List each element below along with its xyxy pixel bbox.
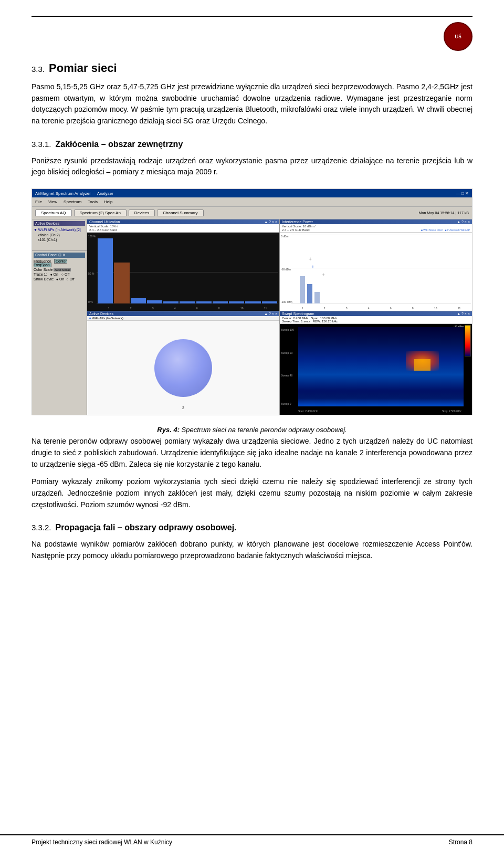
cp-off[interactable]: ○ Off <box>61 272 69 276</box>
sidebar-title: Active Devices <box>34 221 85 226</box>
ad-panel-header: Active Devices ▲ ? × × <box>87 311 279 316</box>
sweep-y-199: Sweep 199 <box>281 328 294 331</box>
cp-frequency: Frequency Center FreqSpan <box>34 259 85 267</box>
device-circle-visualization <box>154 339 212 397</box>
ip-bar-2 <box>307 284 312 303</box>
window-controls: — □ ✕ <box>456 191 469 196</box>
subsection-332-number: 3.3.2. <box>32 523 51 532</box>
app-body: Active Devices ▼ Wi-Fi APs (In-Network) … <box>32 219 472 415</box>
ip-panel-header: Interference Power ▲ ? × × <box>280 219 472 224</box>
cp-colorscale: Color Scale Auto Scale <box>34 268 85 271</box>
cp-autoscale-btn[interactable]: Auto Scale <box>54 268 71 271</box>
device-label: 2 <box>182 406 184 410</box>
cu-bar-3 <box>131 298 146 303</box>
tab-devices[interactable]: Devices <box>129 209 155 216</box>
cu-panel-title: Channel Utilization <box>89 220 120 224</box>
cu-panel-subtitle: Vertical Scale: 10% / <box>87 224 279 228</box>
cu-bar-8 <box>213 301 228 303</box>
cp-show-off[interactable]: ○ Off <box>66 277 74 281</box>
cu-panel-body: 100 % 50 % 0 % <box>87 233 279 311</box>
header-row: UŚ <box>32 22 472 51</box>
ss-panel-body: -13 dBm -72 dBm Sweep 199 Sweep 93 Sweep… <box>280 324 472 415</box>
figure-caption: Rys. 4: Spectrum sieci na terenie peronó… <box>32 426 472 434</box>
ip-marker-2: + <box>322 272 325 278</box>
ip-panel-title: Interference Power <box>282 220 313 224</box>
control-panel: Control Panel ⊡ ✕ Frequency Center FreqS… <box>32 251 87 282</box>
sweep-y-93: Sweep 93 <box>281 351 292 354</box>
spectrogram-bottom-band <box>298 391 464 406</box>
cp-show-on[interactable]: ● On <box>56 277 65 281</box>
sweep-chart: -13 dBm -72 dBm Sweep 199 Sweep 93 Sweep… <box>280 324 472 415</box>
date-time: Mon May 04 15:56:14 | 117 kB <box>419 211 469 215</box>
cu-bars-container <box>98 235 277 303</box>
cu-y-50: 50 % <box>88 272 94 275</box>
ss-panel-controls: ▲ ? × × <box>457 312 470 316</box>
section-title: Pomiar sieci <box>49 61 117 75</box>
cu-bar-4 <box>147 300 162 304</box>
cu-chart: 100 % 50 % 0 % <box>87 233 279 311</box>
cu-bar-11 <box>262 301 277 303</box>
ad-panel-body: 2 <box>87 321 279 415</box>
ip-marker-1: + <box>311 264 314 270</box>
ip-grid-60 <box>291 268 471 268</box>
cu-y-100: 100 % <box>88 235 96 238</box>
footer-right-text: Strona 8 <box>449 838 472 846</box>
menu-file[interactable]: File <box>35 200 42 204</box>
tab-spectrum-2[interactable]: Spectrum (2) Spec An <box>74 209 127 216</box>
menu-tools[interactable]: Tools <box>88 200 98 204</box>
app-titlebar: AirMagnet Spectrum Analyzer — Analyzer —… <box>32 189 472 197</box>
ip-panel-body: 0 dBm -60 dBm -100 dBm + + <box>280 233 472 311</box>
footer-left-text: Projekt techniczny sieci radiowej WLAN w… <box>32 838 172 846</box>
ip-bar-1 <box>300 276 305 303</box>
menu-view[interactable]: View <box>48 200 57 204</box>
tab-channel-summary[interactable]: Channel Summary <box>157 209 203 216</box>
page-container: UŚ 3.3. Pomiar sieci Pasmo 5,15-5,25 GHz… <box>0 0 504 849</box>
app-status-bar: For Help, press F1 Monitored: 2.40-2.50 … <box>32 415 472 415</box>
sidebar-item-wifiaps[interactable]: ▼ Wi-Fi APs (In-Network) [2] <box>34 227 85 233</box>
sweep-start-label: Start: 2.400 GHz <box>298 410 318 413</box>
cp-on[interactable]: ● On <box>50 272 58 276</box>
sidebar-item-s101[interactable]: s101 (Ch:1) <box>34 237 85 242</box>
ip-marker-3: + <box>309 256 312 262</box>
tab-spectrum-aq[interactable]: Spectrum AQ <box>35 209 72 216</box>
ad-panel-title: Active Devices <box>89 312 113 316</box>
ss-panel-header: Swept Spectrogram ▲ ? × × <box>280 311 472 316</box>
cu-panel-controls: ▲ ? × × <box>264 220 277 224</box>
spectrogram-bg <box>298 327 464 406</box>
ss-panel-title: Swept Spectrogram <box>282 312 314 316</box>
top-border <box>32 16 472 17</box>
ip-panel-subtitle: Vertical Scale: 10 dBm / <box>280 224 472 228</box>
intro-paragraph: Pasmo 5,15-5,25 GHz oraz 5,47-5,725 GHz … <box>32 81 472 127</box>
section-heading-row: 3.3. Pomiar sieci <box>32 61 472 75</box>
page-footer: Projekt techniczny sieci radiowej WLAN w… <box>0 834 504 849</box>
cu-band-label: 2.4 – 2.5 GHz Band <box>87 228 279 233</box>
subsection-331-title: Zakłócenia – obszar zewnętrzny <box>56 140 183 149</box>
sidebar-item-xffalan[interactable]: xffalan (Ch:2) <box>34 233 85 237</box>
cu-x-labels: 123 468 1011 <box>98 307 277 310</box>
ip-band-row: 2.4 – 2.5 GHz Band ■ WiFi Noise Floor ■ … <box>280 228 472 233</box>
ip-panel-controls: ▲ ? × × <box>457 220 470 224</box>
cu-bar-10 <box>245 301 260 303</box>
menu-help[interactable]: Help <box>104 200 112 204</box>
app-title-text: AirMagnet Spectrum Analyzer — Analyzer <box>35 191 113 196</box>
subsection-332-text: Na podstawie wyników pomiarów zakłóceń d… <box>32 539 472 561</box>
control-panel-title: Control Panel ⊡ ✕ <box>34 253 85 258</box>
interference-power-panel: Interference Power ▲ ? × × Vertical Scal… <box>280 219 472 311</box>
spectrum-screenshot: AirMagnet Spectrum Analyzer — Analyzer —… <box>32 189 472 415</box>
after-figure-para-1: Na terenie peronów odprawy osobowej pomi… <box>32 436 472 470</box>
cp-show-device: Show Devic: ● On ○ Off <box>34 277 85 281</box>
sweep-y-46: Sweep 46 <box>281 374 292 377</box>
subsection-331-heading: 3.3.1. Zakłócenia – obszar zewnętrzny <box>32 140 472 149</box>
cu-bar-5 <box>163 301 178 303</box>
sweep-stop-label: Stop: 2.500 GHz <box>442 410 461 413</box>
app-menubar: File View Spectrum Tools Help <box>32 197 472 207</box>
sidebar-active-devices: Active Devices ▼ Wi-Fi APs (In-Network) … <box>32 219 87 251</box>
ss-panel-subtitle: Center: 2 450 MHz Span: 100.00 MHz Sweep… <box>280 316 472 324</box>
ip-bar-3 <box>314 292 320 303</box>
bottom-panels-row: Active Devices ▲ ? × × ■ WiFi-APs (In-Ne… <box>87 311 472 415</box>
menu-spectrum[interactable]: Spectrum <box>64 200 81 204</box>
university-logo: UŚ <box>444 22 472 51</box>
caption-text: Spectrum sieci na terenie peronów odpraw… <box>182 426 347 434</box>
sweep-y-0: Sweep 0 <box>281 402 291 405</box>
section-number: 3.3. <box>32 65 45 74</box>
